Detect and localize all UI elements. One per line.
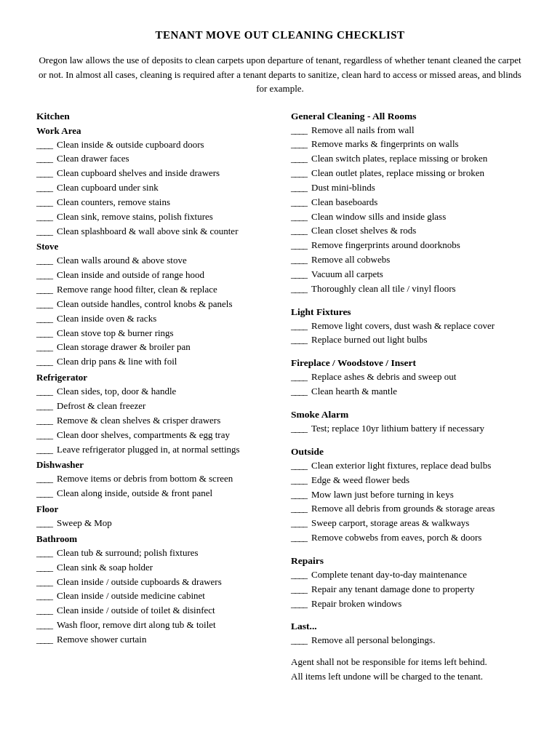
checkbox-line: ____ [291,282,311,296]
section-title: Light Fixtures [291,306,524,318]
item-text: Clean outlet plates, replace missing or … [311,167,524,180]
checkbox-line: ____ [291,333,311,347]
list-item: ____ Clean drawer faces [36,152,269,166]
checkbox-line: ____ [36,312,57,326]
checkbox-line: ____ [36,355,57,369]
subsection-title: Work Area [36,125,269,137]
item-text: Clean sink & soap holder [57,561,269,575]
list-item: ____ Remove all nails from wall [291,124,524,138]
list-item: ____ Clean inside & outside cupboard doo… [36,138,269,152]
list-item: ____ Wash floor, remove dirt along tub &… [36,618,269,632]
checkbox-line: ____ [291,459,311,473]
checkbox-line: ____ [36,472,57,486]
checkbox-line: ____ [291,597,311,611]
checkbox-line: ____ [291,474,311,487]
checkbox-line: ____ [36,254,57,268]
list-item: ____ Clean sink & soap holder [36,561,269,575]
item-text: Clean drip pans & line with foil [57,355,269,369]
item-text: Dust mini-blinds [311,181,524,195]
checkbox-line: ____ [36,283,57,297]
checkbox-line: ____ [291,583,311,597]
list-item: ____ Sweep & Mop [36,517,269,530]
list-item: ____ Clean sink, remove stains, polish f… [36,210,269,224]
checkbox-line: ____ [36,589,57,603]
checkbox-line: ____ [36,340,57,354]
item-text: Clean cupboard shelves and inside drawer… [57,167,269,180]
item-text: Clean closet shelves & rods [311,224,524,238]
checkbox-line: ____ [36,633,57,647]
section-title: Kitchen [36,111,269,122]
list-item: ____ Clean cupboard shelves and inside d… [36,167,269,180]
item-text: Replace burned out light bulbs [311,333,524,347]
checkbox-line: ____ [36,327,57,340]
list-item: ____ Edge & weed flower beds [291,474,524,487]
item-text: Remove shower curtain [57,633,269,647]
list-item: ____ Clean exterior light fixtures, repl… [291,459,524,473]
item-text: Remove & clean shelves & crisper drawers [57,414,269,428]
subsection-title: Dishwasher [36,459,269,471]
checkbox-line: ____ [36,298,57,311]
checkbox-line: ____ [291,167,311,180]
list-item: ____ Dust mini-blinds [291,181,524,195]
checkbox-line: ____ [291,488,311,502]
item-text: Clean sides, top, door & handle [57,385,269,399]
item-text: Remove fingerprints around doorknobs [311,239,524,252]
item-text: Clean splashboard & wall above sink & co… [57,225,269,239]
checkbox-line: ____ [36,414,57,428]
item-text: Clean window sills and inside glass [311,210,524,224]
page-title: TENANT MOVE OUT CLEANING CHECKLIST [36,29,524,41]
list-item: ____ Clean along inside, outside & front… [36,487,269,501]
list-item: ____ Clean inside / outside medicine cab… [36,589,269,603]
item-text: Edge & weed flower beds [311,474,524,487]
checkbox-line: ____ [291,210,311,224]
checkbox-line: ____ [36,225,57,239]
left-column: KitchenWork Area____ Clean inside & outs… [36,111,269,648]
list-item: ____ Remove shower curtain [36,633,269,647]
list-item: ____ Replace ashes & debris and sweep ou… [291,370,524,384]
list-item: ____ Clean inside and outside of range h… [36,268,269,282]
subsection-title: Bathroom [36,533,269,545]
section-title: Fireplace / Woodstove / Insert [291,357,524,369]
checkbox-line: ____ [36,152,57,166]
list-item: ____ Clean hearth & mantle [291,385,524,399]
list-item: ____ Clean splashboard & wall above sink… [36,225,269,239]
item-text: Clean inside & outside cupboard doors [57,138,269,152]
checkbox-line: ____ [291,253,311,267]
list-item: ____ Complete tenant day-to-day maintena… [291,568,524,582]
checkbox-line: ____ [36,210,57,224]
item-text: Clean drawer faces [57,152,269,166]
right-column: General Cleaning - All Rooms____ Remove … [291,111,524,684]
list-item: ____ Clean tub & surround; polish fixtur… [36,546,269,560]
item-text: Clean storage drawer & broiler pan [57,340,269,354]
list-item: ____ Remove cobwebs from eaves, porch & … [291,531,524,545]
item-text: Clean door shelves, compartments & egg t… [57,429,269,442]
checkbox-line: ____ [291,124,311,138]
item-text: Clean tub & surround; polish fixtures [57,546,269,560]
checkbox-line: ____ [291,422,311,436]
list-item: ____ Clean inside oven & racks [36,312,269,326]
checkbox-line: ____ [36,575,57,589]
item-text: Remove all nails from wall [311,124,524,138]
list-item: ____ Vacuum all carpets [291,268,524,282]
checkbox-line: ____ [36,429,57,442]
item-text: Defrost & clean freezer [57,399,269,413]
item-text: Leave refrigerator plugged in, at normal… [57,443,269,457]
checkbox-line: ____ [291,568,311,582]
section-title: Smoke Alarm [291,409,524,421]
item-text: Clean inside / outside of toilet & disin… [57,604,269,618]
checkbox-line: ____ [291,319,311,333]
checkbox-line: ____ [36,399,57,413]
list-item: ____ Remove fingerprints around doorknob… [291,239,524,252]
list-item: ____ Repair broken windows [291,597,524,611]
list-item: ____ Remove all debris from grounds & st… [291,502,524,516]
checkbox-line: ____ [291,385,311,399]
checkbox-line: ____ [291,370,311,384]
item-text: Remove light covers, dust wash & replace… [311,319,524,333]
list-item: ____ Clean cupboard under sink [36,181,269,195]
checkbox-line: ____ [36,443,57,457]
list-item: ____ Clean sides, top, door & handle [36,385,269,399]
item-text: Remove range hood filter, clean & replac… [57,283,269,297]
list-item: ____ Repair any tenant damage done to pr… [291,583,524,597]
list-item: ____ Remove light covers, dust wash & re… [291,319,524,333]
item-text: Clean inside / outside medicine cabinet [57,589,269,603]
